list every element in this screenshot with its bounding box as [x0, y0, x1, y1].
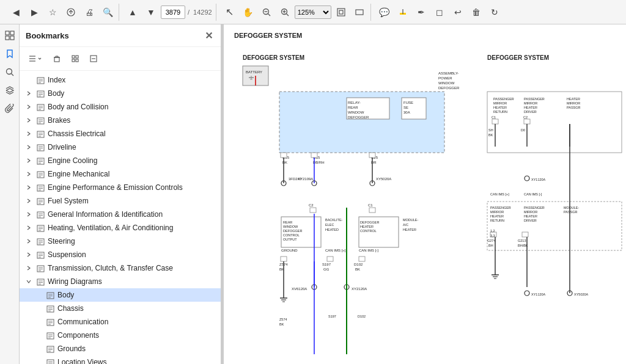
tree-label-wiring-body: Body	[57, 291, 74, 299]
zoom-out-sm-button[interactable]: 🔍	[99, 4, 116, 21]
zoom-out-button[interactable]	[258, 4, 275, 21]
svg-text:HEATED: HEATED	[325, 228, 339, 231]
svg-text:PASSGR: PASSGR	[567, 106, 581, 109]
svg-text:WINDOW: WINDOW	[348, 111, 364, 114]
bookmark-item-driveline[interactable]: Driveline	[20, 140, 221, 154]
print-button[interactable]: 🖨	[81, 4, 98, 21]
forward-button[interactable]: ▶	[26, 4, 43, 21]
svg-text:C1: C1	[492, 115, 496, 119]
bookmark-item-body[interactable]: Body	[20, 87, 221, 100]
attachment-icon[interactable]	[2, 101, 17, 116]
undo-button[interactable]: ↩	[449, 4, 466, 21]
cursor-button[interactable]: ↖	[221, 4, 238, 21]
bookmark-icon[interactable]	[2, 46, 17, 61]
svg-text:PASSENGER: PASSENGER	[493, 97, 514, 101]
fit-width-button[interactable]	[351, 4, 368, 21]
svg-rect-155	[281, 153, 287, 158]
bookmark-item-wiring-components[interactable]: Components	[20, 329, 221, 342]
bookmark-item-transmission[interactable]: Transmission, Clutch, & Transfer Case	[20, 261, 221, 275]
bookmark-item-wiring-grounds[interactable]: Grounds	[20, 342, 221, 355]
comment-button[interactable]: 💬	[376, 4, 393, 21]
bookmark-item-wiring-diagrams[interactable]: Wiring Diagrams	[20, 275, 221, 288]
svg-text:REAR: REAR	[348, 106, 358, 109]
bookmarks-title: Bookmarks	[26, 31, 69, 40]
bookmark-item-general-info[interactable]: General Information & Identification	[20, 208, 221, 221]
svg-text:PASSENGER: PASSENGER	[490, 206, 511, 209]
svg-rect-65	[37, 185, 44, 191]
search-icon[interactable]	[2, 65, 17, 79]
svg-rect-81	[37, 239, 44, 245]
tree-label-wiring-diagrams: Wiring Diagrams	[48, 277, 102, 286]
chevron-wiring-location	[34, 358, 43, 364]
tree-label-engine-cooling: Engine Cooling	[48, 156, 97, 165]
upload-button[interactable]	[62, 4, 79, 21]
svg-text:MIRROR: MIRROR	[524, 101, 537, 105]
bookmark-item-body-collision[interactable]: Body and Collision	[20, 100, 221, 114]
back-button[interactable]: ◀	[7, 4, 24, 21]
zoom-in-button[interactable]	[276, 4, 293, 21]
sidebar-icons	[0, 24, 20, 364]
svg-text:POWER: POWER	[438, 76, 452, 80]
chevron-steering	[24, 237, 33, 246]
bookmark-item-wiring-body[interactable]: Body	[20, 288, 221, 302]
page-input[interactable]	[161, 5, 185, 19]
svg-text:S197: S197	[322, 263, 331, 266]
svg-line-5	[286, 13, 289, 16]
svg-rect-105	[47, 319, 54, 326]
bookmark-item-engine-performance[interactable]: Engine Performance & Emission Controls	[20, 181, 221, 194]
delete-anno-button[interactable]: 🗑	[468, 4, 485, 21]
bookmark-item-suspension[interactable]: Suspension	[20, 248, 221, 261]
rotate-button[interactable]: ↻	[486, 4, 503, 21]
svg-rect-53	[37, 145, 44, 151]
thumbnail-icon[interactable]	[2, 28, 17, 43]
bookmark-item-engine-mechanical[interactable]: Engine Mechanical	[20, 167, 221, 181]
bookmark-item-wiring-location[interactable]: Location Views	[20, 355, 221, 364]
eraser-button[interactable]: ◻	[431, 4, 448, 21]
svg-rect-28	[76, 56, 78, 58]
bookmark-delete-button[interactable]	[49, 51, 65, 67]
highlight-button[interactable]	[394, 4, 411, 21]
bookmark-item-index[interactable]: Index	[20, 73, 221, 87]
chevron-brakes	[24, 116, 33, 125]
bookmark-expand-button[interactable]	[67, 51, 83, 67]
svg-text:WINDOW: WINDOW	[438, 81, 455, 85]
bookmarks-toolbar	[20, 47, 221, 71]
bookmark-item-steering[interactable]: Steering	[20, 235, 221, 248]
bookmark-item-brakes[interactable]: Brakes	[20, 114, 221, 127]
bookmark-item-hvac[interactable]: Heating, Ventilation, & Air Conditioning	[20, 221, 221, 235]
svg-text:XY5020A: XY5020A	[574, 293, 589, 296]
close-bookmarks-button[interactable]: ✕	[202, 29, 215, 42]
layers-icon[interactable]	[2, 83, 17, 98]
page-up-button[interactable]: ▲	[124, 4, 141, 21]
svg-text:PASSGR: PASSGR	[564, 210, 578, 214]
svg-rect-196	[359, 257, 365, 261]
bookmark-collapse-button[interactable]	[86, 51, 101, 67]
bookmark-item-chassis-electrical[interactable]: Chassis Electrical	[20, 127, 221, 140]
draw-button[interactable]: ✒	[413, 4, 430, 21]
svg-rect-29	[72, 59, 75, 62]
bookmark-item-fuel-system[interactable]: Fuel System	[20, 194, 221, 208]
bookmark-menu-button[interactable]	[24, 51, 46, 67]
svg-text:DEFOGGER: DEFOGGER	[283, 229, 303, 233]
svg-text:OUTPUT: OUTPUT	[283, 238, 297, 241]
svg-text:HEATER: HEATER	[493, 106, 507, 109]
hand-button[interactable]: ✋	[240, 4, 257, 21]
zoom-select[interactable]: 125% 100% 150% 75%	[295, 5, 331, 19]
fit-page-button[interactable]	[333, 4, 350, 21]
svg-rect-190	[281, 257, 287, 261]
chevron-wiring-grounds	[34, 344, 43, 353]
bookmark-item-wiring-communication[interactable]: Communication	[20, 315, 221, 329]
svg-text:D0: D0	[521, 128, 525, 132]
chevron-driveline	[24, 143, 33, 151]
bookmark-item-engine-cooling[interactable]: Engine Cooling	[20, 154, 221, 167]
svg-rect-93	[37, 279, 44, 285]
star-button[interactable]: ☆	[44, 4, 61, 21]
svg-text:C2: C2	[523, 115, 528, 119]
svg-rect-41	[37, 104, 44, 111]
svg-rect-169	[369, 208, 375, 213]
bookmark-item-wiring-chassis[interactable]: Chassis	[20, 302, 221, 315]
svg-text:DEFOGGER SYSTEM: DEFOGGER SYSTEM	[234, 32, 302, 39]
page-down-button[interactable]: ▼	[142, 4, 160, 21]
chevron-general-info	[24, 210, 33, 219]
svg-text:3,3: 3,3	[490, 234, 495, 238]
